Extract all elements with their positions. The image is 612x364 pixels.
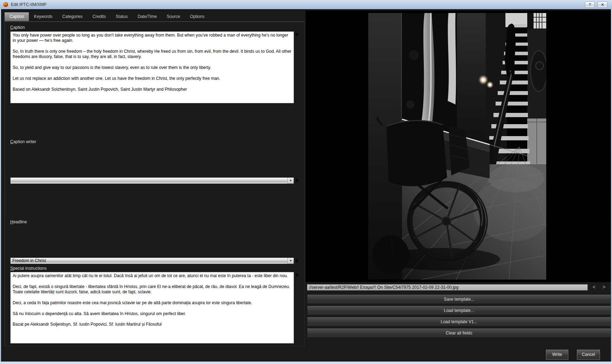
- special-instructions-input[interactable]: Ai putere asupra oamenilor atât timp cât…: [10, 272, 294, 344]
- photo-panel: [306, 11, 611, 282]
- caption-tab-page: Caption You only have power over people …: [5, 21, 305, 346]
- caption-writer-expand-icon[interactable]: [296, 178, 299, 183]
- headline-expand-icon[interactable]: [296, 258, 299, 263]
- clear-all-fields-button[interactable]: Clear all fields: [307, 328, 611, 338]
- help-button[interactable]: ?: [585, 1, 595, 8]
- titlebar[interactable]: Edit IPTC-IIM/XMP: [0, 0, 612, 9]
- tab-bar: Caption Keywords Categories Credits Stat…: [5, 12, 209, 21]
- headline-value: Freedom in Christ: [11, 258, 287, 264]
- special-instructions-expand-icon[interactable]: [296, 273, 299, 277]
- edit-iptc-dialog: Edit IPTC-IIM/XMP ? ✕ Caption Keywords C…: [0, 0, 612, 364]
- tab-datetime[interactable]: Date/Time: [133, 12, 162, 21]
- close-icon[interactable]: ✕: [598, 1, 607, 8]
- window-title: Edit IPTC-IIM/XMP: [11, 2, 46, 7]
- save-template-button[interactable]: Save template...: [307, 295, 611, 304]
- chevron-down-icon[interactable]: ▼: [287, 258, 294, 264]
- chevron-down-icon[interactable]: ▼: [287, 178, 294, 184]
- caption-writer-combobox[interactable]: ▼: [10, 177, 294, 184]
- window-border: [0, 9, 1, 362]
- load-template-button[interactable]: Load template...: [307, 306, 611, 315]
- tab-source[interactable]: Source: [162, 12, 185, 21]
- caption-writer-label: Caption writer: [10, 139, 36, 144]
- load-template-v1-button[interactable]: Load template V1...: [307, 317, 611, 326]
- image-path-field[interactable]: //server-aa/test/R2P/Web/! Ετοιμα/!! On …: [307, 284, 588, 290]
- app-icon: [3, 2, 8, 7]
- window-border: [0, 362, 612, 364]
- tab-keywords[interactable]: Keywords: [29, 12, 57, 21]
- headline-combobox[interactable]: Freedom in Christ ▼: [10, 257, 294, 264]
- previous-image-icon[interactable]: <: [590, 283, 598, 291]
- next-image-icon[interactable]: >: [600, 283, 608, 291]
- tab-status[interactable]: Status: [111, 12, 133, 21]
- tab-options[interactable]: Options: [185, 12, 209, 21]
- tab-categories[interactable]: Categories: [57, 12, 88, 21]
- cancel-button[interactable]: Cancel: [577, 350, 600, 360]
- write-button[interactable]: Write: [546, 350, 568, 360]
- special-instructions-label: Special instructions: [10, 266, 46, 271]
- tab-credits[interactable]: Credits: [88, 12, 111, 21]
- tab-caption[interactable]: Caption: [5, 12, 29, 21]
- preview-photo: [368, 13, 546, 280]
- caption-writer-value: [11, 178, 287, 184]
- caption-label: Caption: [10, 25, 25, 30]
- headline-label: Headline: [10, 219, 27, 224]
- caption-expand-icon[interactable]: [296, 32, 299, 37]
- caption-input[interactable]: You only have power over people so long …: [10, 31, 294, 103]
